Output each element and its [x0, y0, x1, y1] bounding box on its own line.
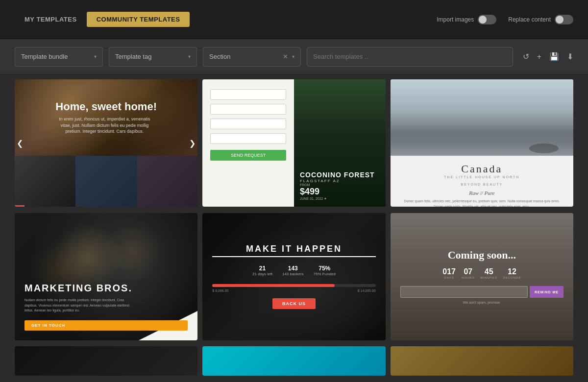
template-bundle-select[interactable]: Template bundle ▾ [15, 47, 103, 67]
location-name: Coconino Forest [300, 171, 375, 179]
send-request-button[interactable]: SEND REQUEST [210, 150, 286, 161]
price-label: FROM [300, 183, 375, 187]
backers-value: 143 [282, 265, 304, 272]
minutes-count: 45 [481, 267, 497, 276]
replace-content-label: Replace content [508, 16, 551, 23]
canada-section: BEYOND BEAUTY [399, 183, 564, 186]
nav-tabs: MY TEMPLATES COMMUNITY TEMPLATES [15, 12, 190, 27]
sublocation: FLAGSTAFF AZ [300, 179, 375, 183]
forest-panel: Coconino Forest FLAGSTAFF AZ FROM $499 J… [294, 79, 386, 207]
section-label: Section [209, 53, 230, 60]
filter-bar: Template bundle ▾ Template tag ▾ Section… [0, 39, 588, 74]
email-row: REMIND ME [400, 286, 564, 298]
form-field-email [210, 104, 286, 115]
filter-icons: ↺ + 💾 ⬇ [523, 52, 573, 61]
minutes-label: MINUTES [481, 276, 497, 279]
email-input[interactable] [400, 286, 528, 298]
days-label: DAYS [442, 276, 456, 279]
header-right: Import images Replace content [437, 15, 573, 24]
funded-value: 75% [314, 265, 336, 272]
replace-content-toggle-group: Replace content [508, 15, 573, 24]
days-left-value: 21 [252, 265, 272, 272]
list-item[interactable]: SEND REQUEST Coconino Forest FLAGSTAFF A… [202, 79, 385, 207]
import-images-toggle-group: Import images [437, 15, 496, 24]
price-value: $499 [300, 187, 375, 197]
search-input[interactable]: Search templates .. [307, 47, 513, 67]
template-title: Home, sweet home! [55, 100, 157, 113]
canada-tagline: THE LITTLE HOUSE UP NORTH [399, 175, 564, 179]
canada-title: Canada [399, 163, 564, 175]
backers-label: 143 backers [282, 272, 304, 276]
progress-fill [212, 284, 335, 287]
marketing-title: MARKETING BROS. [24, 283, 188, 294]
hours-count: 07 [462, 267, 475, 276]
amount-goal: $ 14,000.00 [358, 289, 376, 292]
list-item[interactable]: Home, sweet home! In enim just, rhoncus … [15, 79, 197, 207]
import-images-label: Import images [437, 16, 474, 23]
amount-raised: $ 8,066.00 [212, 289, 228, 292]
list-item[interactable] [202, 346, 385, 376]
contact-form-panel: SEND REQUEST [202, 79, 294, 207]
canada-body: Donec quam felis, ultricies nec, pellent… [399, 199, 564, 207]
list-item[interactable]: MARKETING BROS. Nullam dictum felis eu p… [15, 213, 197, 340]
list-item[interactable]: Canada THE LITTLE HOUSE UP NORTH BEYOND … [391, 79, 573, 207]
clear-section-button[interactable]: ✕ [283, 53, 288, 60]
spam-note: We don't spam, promise. [463, 301, 501, 304]
countdown: 017 DAYS 07 HOURS 45 MINUTES 12 SECONDS [442, 267, 521, 279]
refresh-button[interactable]: ↺ [523, 52, 529, 61]
back-us-button[interactable]: BACK US [272, 298, 316, 309]
section-select[interactable]: Section ✕ ▾ [203, 47, 301, 67]
my-templates-tab[interactable]: MY TEMPLATES [15, 12, 87, 27]
list-item[interactable]: MAKE IT HAPPEN 21 21 days left 143 143 b… [202, 213, 385, 340]
search-placeholder: Search templates .. [313, 53, 368, 60]
save-button[interactable]: 💾 [549, 52, 559, 61]
next-arrow-icon[interactable]: ❯ [189, 139, 196, 148]
funded-label: 75% Funded [314, 272, 336, 276]
form-field-date [210, 133, 286, 144]
chevron-down-icon: ▾ [94, 54, 97, 59]
download-button[interactable]: ⬇ [567, 52, 573, 61]
remind-me-button[interactable]: REMIND ME [530, 286, 564, 298]
template-subtitle: In enim just, rhoncus ut, imperdiet a, v… [55, 116, 153, 135]
form-field-notes [210, 119, 286, 129]
chevron-down-icon: ▾ [292, 54, 294, 59]
form-field-name [210, 89, 286, 100]
list-item[interactable]: Coming soon... 017 DAYS 07 HOURS 45 MINU… [391, 213, 573, 340]
chevron-down-icon: ▾ [188, 54, 191, 59]
coming-soon-title: Coming soon... [448, 249, 516, 262]
template-grid: Home, sweet home! In enim just, rhoncus … [0, 74, 588, 382]
template-tag-select[interactable]: Template tag ▾ [109, 47, 197, 67]
template-bundle-label: Template bundle [21, 53, 68, 60]
crowdfund-title: MAKE IT HAPPEN [212, 244, 375, 257]
list-item[interactable] [15, 346, 197, 376]
add-button[interactable]: + [537, 52, 541, 61]
community-templates-tab[interactable]: COMMUNITY TEMPLATES [87, 12, 190, 27]
marketing-body: Nullam dictum felis eu pede mollis preti… [24, 298, 132, 313]
hours-label: HOURS [462, 276, 475, 279]
prev-arrow-icon[interactable]: ❮ [17, 139, 23, 148]
import-images-toggle[interactable] [478, 15, 496, 24]
days-count: 017 [442, 267, 456, 276]
canada-subtitle: Raw // Pure [399, 190, 564, 196]
replace-content-toggle[interactable] [555, 15, 573, 24]
seconds-count: 12 [503, 267, 521, 276]
template-tag-label: Template tag [115, 53, 151, 60]
get-in-touch-button[interactable]: GET IN TOUCH [24, 320, 188, 331]
progress-bar [212, 284, 375, 287]
seconds-label: SECONDS [503, 276, 521, 279]
event-date: JUNE 01, 2022 ✦ [300, 197, 375, 201]
header: MY TEMPLATES COMMUNITY TEMPLATES Import … [0, 0, 588, 39]
days-left-label: 21 days left [252, 272, 272, 276]
list-item[interactable] [391, 346, 573, 376]
